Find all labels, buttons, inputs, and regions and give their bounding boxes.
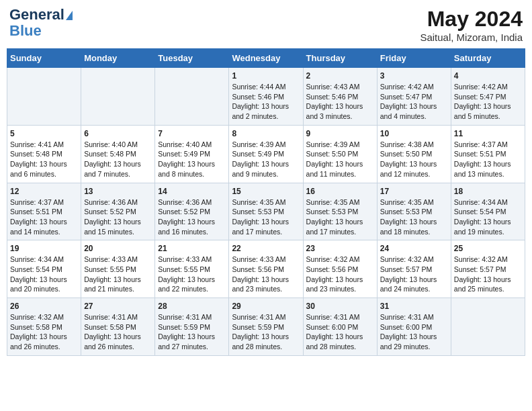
day-detail: Sunrise: 4:38 AM Sunset: 5:50 PM Dayligh… — [380, 140, 448, 179]
calendar-cell: 24Sunrise: 4:32 AM Sunset: 5:57 PM Dayli… — [377, 240, 451, 298]
calendar-week-row: 19Sunrise: 4:34 AM Sunset: 5:54 PM Dayli… — [7, 240, 525, 298]
day-detail: Sunrise: 4:40 AM Sunset: 5:48 PM Dayligh… — [84, 140, 152, 179]
day-number: 25 — [454, 244, 522, 253]
day-detail: Sunrise: 4:37 AM Sunset: 5:51 PM Dayligh… — [10, 197, 78, 237]
header: General Blue May 2024 Saitual, Mizoram, … — [7, 7, 525, 43]
header-day: Wednesday — [229, 49, 303, 68]
day-number: 24 — [380, 244, 448, 253]
day-detail: Sunrise: 4:42 AM Sunset: 5:47 PM Dayligh… — [454, 82, 522, 122]
day-detail: Sunrise: 4:32 AM Sunset: 5:57 PM Dayligh… — [454, 255, 522, 294]
day-detail: Sunrise: 4:32 AM Sunset: 5:57 PM Dayligh… — [380, 255, 448, 294]
calendar-cell: 22Sunrise: 4:33 AM Sunset: 5:56 PM Dayli… — [229, 240, 303, 298]
calendar-cell: 20Sunrise: 4:33 AM Sunset: 5:55 PM Dayli… — [81, 240, 155, 298]
calendar-cell: 16Sunrise: 4:35 AM Sunset: 5:53 PM Dayli… — [303, 183, 377, 240]
calendar-cell: 7Sunrise: 4:40 AM Sunset: 5:49 PM Daylig… — [155, 125, 229, 183]
header-day: Monday — [81, 49, 155, 68]
calendar-cell — [451, 298, 525, 356]
calendar-cell: 2Sunrise: 4:43 AM Sunset: 5:46 PM Daylig… — [303, 68, 377, 126]
day-detail: Sunrise: 4:33 AM Sunset: 5:55 PM Dayligh… — [84, 255, 152, 294]
day-number: 28 — [158, 302, 226, 311]
calendar-cell: 30Sunrise: 4:31 AM Sunset: 6:00 PM Dayli… — [303, 298, 377, 356]
day-number: 20 — [84, 244, 152, 253]
calendar-week-row: 5Sunrise: 4:41 AM Sunset: 5:48 PM Daylig… — [7, 125, 525, 183]
calendar-cell: 29Sunrise: 4:31 AM Sunset: 5:59 PM Dayli… — [229, 298, 303, 356]
day-number: 18 — [454, 187, 522, 196]
day-detail: Sunrise: 4:39 AM Sunset: 5:49 PM Dayligh… — [232, 140, 300, 179]
calendar-cell: 8Sunrise: 4:39 AM Sunset: 5:49 PM Daylig… — [229, 125, 303, 183]
day-number: 21 — [158, 244, 226, 253]
day-detail: Sunrise: 4:31 AM Sunset: 5:59 PM Dayligh… — [158, 312, 226, 352]
day-detail: Sunrise: 4:34 AM Sunset: 5:54 PM Dayligh… — [10, 255, 78, 294]
day-number: 17 — [380, 187, 448, 196]
calendar-cell: 19Sunrise: 4:34 AM Sunset: 5:54 PM Dayli… — [7, 240, 81, 298]
header-day: Saturday — [451, 49, 525, 68]
calendar-cell: 10Sunrise: 4:38 AM Sunset: 5:50 PM Dayli… — [377, 125, 451, 183]
day-detail: Sunrise: 4:31 AM Sunset: 5:58 PM Dayligh… — [84, 312, 152, 352]
header-day: Thursday — [303, 49, 377, 68]
calendar-cell: 11Sunrise: 4:37 AM Sunset: 5:51 PM Dayli… — [451, 125, 525, 183]
calendar-cell: 27Sunrise: 4:31 AM Sunset: 5:58 PM Dayli… — [81, 298, 155, 356]
calendar-cell: 15Sunrise: 4:35 AM Sunset: 5:53 PM Dayli… — [229, 183, 303, 240]
day-detail: Sunrise: 4:32 AM Sunset: 5:56 PM Dayligh… — [306, 255, 374, 294]
day-detail: Sunrise: 4:36 AM Sunset: 5:52 PM Dayligh… — [84, 197, 152, 237]
day-detail: Sunrise: 4:32 AM Sunset: 5:58 PM Dayligh… — [10, 312, 78, 352]
calendar-cell: 12Sunrise: 4:37 AM Sunset: 5:51 PM Dayli… — [7, 183, 81, 240]
day-number: 1 — [232, 71, 300, 81]
day-number: 3 — [380, 71, 448, 81]
calendar-cell: 6Sunrise: 4:40 AM Sunset: 5:48 PM Daylig… — [81, 125, 155, 183]
day-number: 7 — [158, 129, 226, 138]
day-number: 6 — [84, 129, 152, 138]
calendar-cell — [81, 68, 155, 126]
title-area: May 2024 Saitual, Mizoram, India — [420, 7, 523, 43]
calendar-cell — [155, 68, 229, 126]
day-number: 22 — [232, 244, 300, 253]
calendar-cell: 17Sunrise: 4:35 AM Sunset: 5:53 PM Dayli… — [377, 183, 451, 240]
calendar-cell: 3Sunrise: 4:42 AM Sunset: 5:47 PM Daylig… — [377, 68, 451, 126]
header-row: SundayMondayTuesdayWednesdayThursdayFrid… — [7, 49, 525, 68]
day-detail: Sunrise: 4:33 AM Sunset: 5:55 PM Dayligh… — [158, 255, 226, 294]
day-number: 14 — [158, 187, 226, 196]
day-number: 11 — [454, 129, 522, 138]
day-number: 5 — [10, 129, 78, 138]
day-detail: Sunrise: 4:39 AM Sunset: 5:50 PM Dayligh… — [306, 140, 374, 179]
day-number: 8 — [232, 129, 300, 138]
calendar-title: May 2024 — [420, 7, 523, 32]
day-number: 29 — [232, 302, 300, 311]
day-detail: Sunrise: 4:42 AM Sunset: 5:47 PM Dayligh… — [380, 82, 448, 122]
calendar-cell: 18Sunrise: 4:34 AM Sunset: 5:54 PM Dayli… — [451, 183, 525, 240]
calendar-cell — [7, 68, 81, 126]
calendar-cell: 31Sunrise: 4:31 AM Sunset: 6:00 PM Dayli… — [377, 298, 451, 356]
calendar-cell: 13Sunrise: 4:36 AM Sunset: 5:52 PM Dayli… — [81, 183, 155, 240]
day-number: 30 — [306, 302, 374, 311]
day-number: 9 — [306, 129, 374, 138]
day-detail: Sunrise: 4:37 AM Sunset: 5:51 PM Dayligh… — [454, 140, 522, 179]
calendar-cell: 14Sunrise: 4:36 AM Sunset: 5:52 PM Dayli… — [155, 183, 229, 240]
logo-text-line2: Blue — [9, 22, 42, 39]
day-number: 4 — [454, 71, 522, 81]
day-detail: Sunrise: 4:31 AM Sunset: 6:00 PM Dayligh… — [380, 312, 448, 352]
header-day: Friday — [377, 49, 451, 68]
calendar-cell: 26Sunrise: 4:32 AM Sunset: 5:58 PM Dayli… — [7, 298, 81, 356]
header-day: Sunday — [7, 49, 81, 68]
day-number: 13 — [84, 187, 152, 196]
day-number: 19 — [10, 244, 78, 253]
day-detail: Sunrise: 4:44 AM Sunset: 5:46 PM Dayligh… — [232, 82, 300, 122]
calendar-cell: 5Sunrise: 4:41 AM Sunset: 5:48 PM Daylig… — [7, 125, 81, 183]
day-detail: Sunrise: 4:33 AM Sunset: 5:56 PM Dayligh… — [232, 255, 300, 294]
day-detail: Sunrise: 4:35 AM Sunset: 5:53 PM Dayligh… — [380, 197, 448, 237]
logo-text-line1: General — [9, 7, 73, 23]
day-detail: Sunrise: 4:41 AM Sunset: 5:48 PM Dayligh… — [10, 140, 78, 179]
day-number: 12 — [10, 187, 78, 196]
day-detail: Sunrise: 4:40 AM Sunset: 5:49 PM Dayligh… — [158, 140, 226, 179]
day-number: 2 — [306, 71, 374, 81]
calendar-week-row: 12Sunrise: 4:37 AM Sunset: 5:51 PM Dayli… — [7, 183, 525, 240]
calendar-table: SundayMondayTuesdayWednesdayThursdayFrid… — [7, 48, 525, 356]
day-number: 31 — [380, 302, 448, 311]
day-number: 15 — [232, 187, 300, 196]
day-detail: Sunrise: 4:35 AM Sunset: 5:53 PM Dayligh… — [306, 197, 374, 237]
day-detail: Sunrise: 4:35 AM Sunset: 5:53 PM Dayligh… — [232, 197, 300, 237]
calendar-cell: 28Sunrise: 4:31 AM Sunset: 5:59 PM Dayli… — [155, 298, 229, 356]
calendar-cell: 21Sunrise: 4:33 AM Sunset: 5:55 PM Dayli… — [155, 240, 229, 298]
day-number: 23 — [306, 244, 374, 253]
calendar-cell: 4Sunrise: 4:42 AM Sunset: 5:47 PM Daylig… — [451, 68, 525, 126]
